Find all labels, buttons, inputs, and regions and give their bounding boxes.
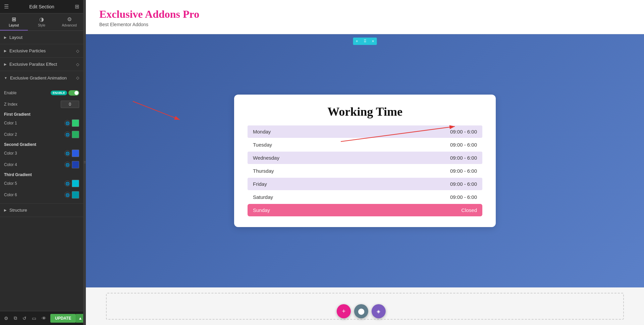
day-monday: Monday	[253, 129, 450, 134]
time-row-friday: Friday 09:00 - 6:00	[248, 178, 482, 190]
card-title: Working Time	[248, 105, 482, 119]
color5-box[interactable]	[72, 180, 79, 187]
color3-box[interactable]	[72, 150, 79, 157]
structure-section[interactable]: ▶ Structure	[0, 204, 83, 217]
time-row-thursday: Thursday 09:00 - 6:00	[248, 165, 482, 177]
arrow-icon: ▶	[4, 36, 7, 39]
enable-toggle[interactable]	[68, 90, 79, 96]
gradient-animation-section: ▼ Exclusive Gradient Animation ◇ Enable …	[0, 71, 83, 204]
section-close-btn[interactable]: ×	[369, 38, 377, 45]
color1-global-icon[interactable]: 🌐	[64, 120, 70, 126]
update-button[interactable]: UPDATE	[50, 314, 76, 323]
day-thursday: Thursday	[253, 168, 450, 174]
time-thursday: 09:00 - 6:00	[450, 168, 477, 174]
gradient-content: Enable ENABLE Z Index First Gradient Col…	[0, 85, 83, 203]
arrow-icon: ▶	[4, 49, 7, 53]
color1-box[interactable]	[72, 119, 79, 127]
color6-swatch: 🌐	[64, 191, 79, 199]
enable-field-row: Enable ENABLE	[0, 87, 83, 99]
fab-diamond-button[interactable]: ◈	[372, 304, 386, 318]
style-tab-icon: ◑	[39, 16, 44, 22]
time-row-tuesday: Tuesday 09:00 - 6:00	[248, 139, 482, 151]
time-monday: 09:00 - 6:00	[450, 129, 477, 134]
fab-settings-button[interactable]: ⬤	[354, 304, 368, 318]
tab-style[interactable]: ◑ Style	[28, 13, 56, 31]
arrow-icon: ▶	[4, 62, 7, 66]
layers-toolbar-icon[interactable]: ⧉	[12, 314, 18, 322]
color2-box[interactable]	[72, 131, 79, 138]
day-sunday: Sunday	[253, 207, 461, 213]
site-title: Exclusive Addons Pro	[99, 8, 631, 20]
day-saturday: Saturday	[253, 194, 450, 200]
responsive-toolbar-icon[interactable]: ▭	[31, 314, 38, 322]
structure-label: Structure	[9, 208, 27, 213]
third-gradient-label: Third Gradient	[0, 170, 83, 178]
time-tuesday: 09:00 - 6:00	[450, 142, 477, 148]
time-row-sunday: Sunday Closed	[248, 204, 482, 216]
settings-toolbar-icon[interactable]: ⚙	[3, 314, 10, 322]
color2-field-row: Color 2 🌐	[0, 129, 83, 140]
main-area: Exclusive Addons Pro Best Elementor Addo…	[86, 0, 644, 325]
color6-global-icon[interactable]: 🌐	[64, 192, 70, 198]
color1-label: Color 1	[4, 121, 64, 125]
color5-field-row: Color 5 🌐	[0, 178, 83, 189]
blue-section: + ⠿ × Working Time Monday 09:00 - 6:00 T…	[86, 34, 644, 287]
history-toolbar-icon[interactable]: ↺	[21, 314, 28, 322]
color4-label: Color 4	[4, 162, 64, 167]
color3-global-icon[interactable]: 🌐	[64, 150, 70, 156]
color4-global-icon[interactable]: 🌐	[64, 162, 70, 168]
color5-swatch: 🌐	[64, 180, 79, 187]
preview-toolbar-icon[interactable]: 👁	[40, 314, 48, 322]
diamond-icon: ◇	[76, 62, 79, 67]
color3-field-row: Color 3 🌐	[0, 148, 83, 159]
time-saturday: 09:00 - 6:00	[450, 194, 477, 200]
enable-label: Enable	[4, 91, 51, 95]
bottom-toolbar: ⚙ ⧉ ↺ ▭ 👁 UPDATE ▲	[0, 311, 83, 325]
advanced-tab-icon: ⚙	[67, 16, 72, 22]
particles-label: Exclusive Particles	[9, 48, 76, 53]
tabs-row: ⊞ Layout ◑ Style ⚙ Advanced	[0, 13, 83, 31]
second-gradient-label: Second Gradient	[0, 140, 83, 148]
parallax-label: Exclusive Parallax Effect	[9, 62, 76, 67]
time-sunday: Closed	[461, 207, 477, 213]
fab-add-button[interactable]: +	[337, 304, 351, 318]
color1-field-row: Color 1 🌐	[0, 117, 83, 129]
time-wednesday: 09:00 - 6:00	[450, 155, 477, 161]
section-move-btn[interactable]: ⠿	[361, 38, 369, 45]
color2-global-icon[interactable]: 🌐	[64, 131, 70, 138]
color5-global-icon[interactable]: 🌐	[64, 180, 70, 186]
layout-tab-icon: ⊞	[12, 16, 16, 22]
color2-label: Color 2	[4, 132, 64, 137]
day-friday: Friday	[253, 181, 450, 187]
toggle-enable-text: ENABLE	[51, 91, 67, 95]
color4-box[interactable]	[72, 161, 79, 168]
section-add-btn[interactable]: +	[353, 38, 361, 45]
z-index-label: Z Index	[4, 102, 61, 107]
first-gradient-label: First Gradient	[0, 110, 83, 117]
color6-field-row: Color 6 🌐	[0, 189, 83, 201]
tab-layout[interactable]: ⊞ Layout	[0, 13, 28, 31]
working-time-card: Working Time Monday 09:00 - 6:00 Tuesday…	[234, 95, 496, 227]
section-exclusive-particles[interactable]: ▶ Exclusive Particles ◇	[0, 44, 83, 58]
color6-box[interactable]	[72, 191, 79, 199]
hamburger-icon[interactable]: ☰	[4, 3, 9, 10]
section-exclusive-parallax[interactable]: ▶ Exclusive Parallax Effect ◇	[0, 58, 83, 71]
gradient-header[interactable]: ▼ Exclusive Gradient Animation ◇	[0, 71, 83, 85]
floating-buttons: + ⬤ ◈	[337, 304, 386, 318]
z-index-input[interactable]	[61, 101, 79, 108]
color4-field-row: Color 4 🌐	[0, 159, 83, 170]
layout-section-label: Layout	[9, 35, 79, 40]
left-panel: ☰ Edit Section ⊞ ⊞ Layout ◑ Style ⚙ Adva…	[0, 0, 83, 325]
update-arrow-button[interactable]: ▲	[76, 314, 83, 323]
panel-header: ☰ Edit Section ⊞	[0, 0, 83, 13]
grid-icon[interactable]: ⊞	[75, 3, 79, 10]
panel-resizer[interactable]: ⠿	[83, 0, 86, 325]
color2-swatch: 🌐	[64, 131, 79, 138]
color6-label: Color 6	[4, 193, 64, 197]
section-layout[interactable]: ▶ Layout	[0, 31, 83, 44]
arrow-icon: ▶	[4, 208, 7, 212]
time-row-saturday: Saturday 09:00 - 6:00	[248, 191, 482, 203]
day-wednesday: Wednesday	[253, 155, 450, 161]
site-subtitle: Best Elementor Addons	[99, 22, 631, 27]
tab-advanced[interactable]: ⚙ Advanced	[55, 13, 83, 31]
